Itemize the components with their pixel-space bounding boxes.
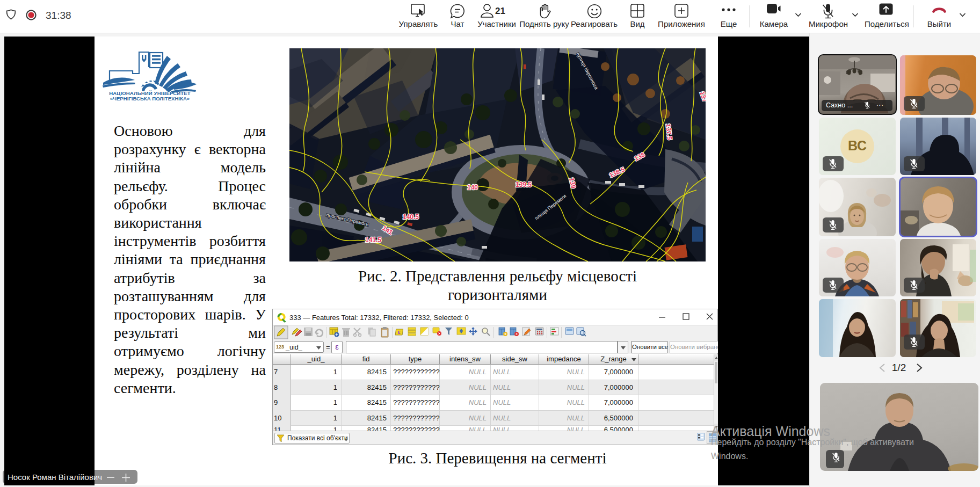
svg-text:ε: ε (398, 329, 401, 335)
svg-text:141.5: 141.5 (365, 236, 381, 244)
svg-text:140.5: 140.5 (403, 213, 419, 221)
svg-text:140: 140 (467, 184, 478, 191)
svg-text:21: 21 (495, 6, 505, 16)
svg-text:139.5: 139.5 (516, 181, 532, 188)
svg-text:«ЧЕРНІГІВСЬКА ПОЛІТЕХНІКА»: «ЧЕРНІГІВСЬКА ПОЛІТЕХНІКА» (110, 96, 190, 101)
